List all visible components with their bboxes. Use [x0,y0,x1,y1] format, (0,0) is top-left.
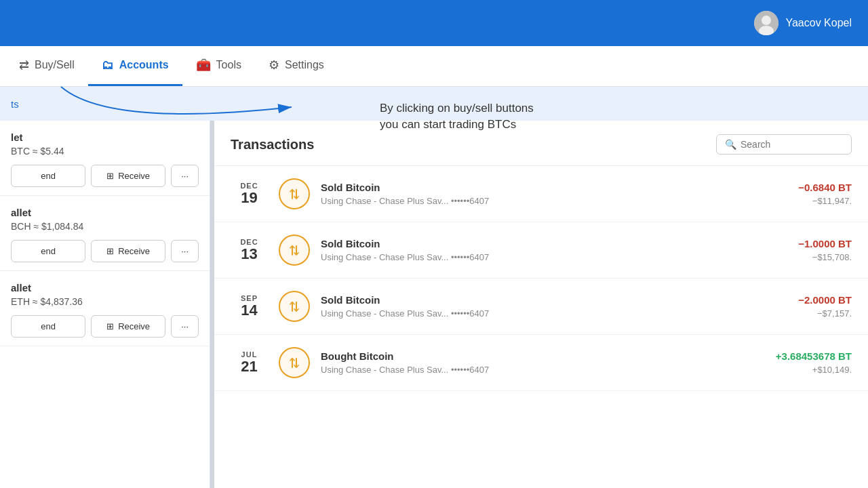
send-button-bch[interactable]: end [11,240,85,262]
tools-icon: 🧰 [196,58,211,73]
tx-day-1: 19 [231,190,268,206]
settings-icon: ⚙ [269,58,279,73]
transfer-icon-2: ⇄ [286,245,302,256]
tx-date-1: DEC 19 [231,182,268,206]
wallet-item-eth: allet ETH ≈ $4,837.36 end ⊞ Receive ··· [0,271,210,346]
nav-accounts-label: Accounts [119,59,169,71]
tx-detail-4: Using Chase - Chase Plus Sav... ••••••64… [321,365,739,375]
receive-icon-eth: ⊞ [106,321,114,331]
sidebar: let BTC ≈ $5.44 end ⊞ Receive ··· allet … [0,121,210,488]
transfer-icon-3: ⇄ [286,301,302,312]
tx-amount-1: −0.6840 BT −$11,947. [750,182,852,206]
tx-amount-3: −2.0000 BT −$7,157. [750,294,852,319]
wallet-actions-bch: end ⊞ Receive ··· [11,240,199,262]
wallet-balance-btc: BTC ≈ $5.44 [11,146,199,157]
receive-icon-btc: ⊞ [106,171,114,181]
tx-detail-2: Using Chase - Chase Plus Sav... ••••••64… [321,252,739,262]
tx-name-4: Bought Bitcoin [321,350,739,362]
tx-date-2: DEC 13 [231,238,268,262]
tx-amount-2: −1.0000 BT −$15,708. [750,238,852,262]
receive-icon-bch: ⊞ [106,246,114,256]
username-label: Yaacov Kopel [785,17,852,29]
tx-usd-1: −$11,947. [750,196,852,206]
more-button-btc[interactable]: ··· [171,165,199,187]
table-row: JUL 21 ⇄ Bought Bitcoin Using Chase - Ch… [214,335,868,391]
tx-icon-2: ⇄ [279,235,310,266]
nav-buy-sell[interactable]: ⇄ Buy/Sell [5,46,88,86]
tx-info-1: Sold Bitcoin Using Chase - Chase Plus Sa… [321,182,739,206]
transfer-icon-4: ⇄ [286,357,302,369]
table-row: DEC 19 ⇄ Sold Bitcoin Using Chase - Chas… [214,166,868,222]
transactions-header: Transactions 🔍 [214,121,868,166]
nav-tools-label: Tools [216,59,241,71]
nav-settings[interactable]: ⚙ Settings [255,46,338,86]
avatar [754,11,778,35]
accounts-icon: 🗂 [102,58,114,73]
transactions-panel: Transactions 🔍 DEC 19 ⇄ Sold Bitcoin Usi… [214,121,868,488]
tx-btc-4: +3.68453678 BT [750,350,852,362]
annotation-bar: ts [0,87,868,121]
buy-sell-icon: ⇄ [19,58,29,73]
wallet-balance-bch: BCH ≈ $1,084.84 [11,221,199,232]
wallet-actions-btc: end ⊞ Receive ··· [11,165,199,187]
table-row: SEP 14 ⇄ Sold Bitcoin Using Chase - Chas… [214,279,868,335]
nav-accounts[interactable]: 🗂 Accounts [88,46,182,86]
wallet-name-bch: allet [11,207,199,218]
send-button-eth[interactable]: end [11,315,85,338]
tx-date-4: JUL 21 [231,350,268,375]
tx-btc-1: −0.6840 BT [750,182,852,193]
tx-icon-4: ⇄ [279,347,310,378]
wallet-actions-eth: end ⊞ Receive ··· [11,315,199,338]
more-button-bch[interactable]: ··· [171,240,199,262]
tx-name-2: Sold Bitcoin [321,238,739,249]
nav-settings-label: Settings [285,59,324,71]
more-button-eth[interactable]: ··· [171,315,199,338]
nav-bar: ⇄ Buy/Sell 🗂 Accounts 🧰 Tools ⚙ Settings… [0,46,868,87]
tx-usd-4: +$10,149. [750,365,852,375]
transactions-title: Transactions [231,137,314,152]
wallet-balance-eth: ETH ≈ $4,837.36 [11,296,199,307]
receive-button-eth[interactable]: ⊞ Receive [91,315,165,338]
tx-name-3: Sold Bitcoin [321,294,739,306]
wallet-item-bch: allet BCH ≈ $1,084.84 end ⊞ Receive ··· [0,196,210,271]
tx-info-3: Sold Bitcoin Using Chase - Chase Plus Sa… [321,294,739,319]
wallet-name-btc: let [11,131,199,143]
receive-button-bch[interactable]: ⊞ Receive [91,240,165,262]
svg-point-1 [762,16,771,25]
tx-icon-1: ⇄ [279,178,310,209]
search-icon: 🔍 [725,139,736,150]
tx-btc-2: −1.0000 BT [750,238,852,249]
tx-btc-3: −2.0000 BT [750,294,852,306]
main-content: let BTC ≈ $5.44 end ⊞ Receive ··· allet … [0,121,868,488]
tx-usd-2: −$15,708. [750,252,852,262]
nav-tools[interactable]: 🧰 Tools [182,46,255,86]
tx-info-2: Sold Bitcoin Using Chase - Chase Plus Sa… [321,238,739,262]
tx-detail-1: Using Chase - Chase Plus Sav... ••••••64… [321,196,739,206]
wallet-item-btc: let BTC ≈ $5.44 end ⊞ Receive ··· [0,121,210,196]
annotation-text: ts [11,98,19,110]
tx-name-1: Sold Bitcoin [321,182,739,193]
tx-date-3: SEP 14 [231,294,268,319]
tx-detail-3: Using Chase - Chase Plus Sav... ••••••64… [321,308,739,319]
table-row: DEC 13 ⇄ Sold Bitcoin Using Chase - Chas… [214,222,868,279]
top-bar: Yaacov Kopel [0,0,868,46]
tx-day-2: 13 [231,246,268,262]
transfer-icon-1: ⇄ [286,188,302,200]
search-input[interactable] [741,139,843,150]
tx-day-3: 14 [231,302,268,319]
tx-icon-3: ⇄ [279,291,310,322]
send-button-btc[interactable]: end [11,165,85,187]
receive-button-btc[interactable]: ⊞ Receive [91,165,165,187]
tx-amount-4: +3.68453678 BT +$10,149. [750,350,852,375]
wallet-name-eth: allet [11,282,199,293]
search-box[interactable]: 🔍 [716,134,852,155]
user-area: Yaacov Kopel [754,11,852,35]
tx-usd-3: −$7,157. [750,308,852,319]
nav-buy-sell-label: Buy/Sell [35,59,75,71]
tx-info-4: Bought Bitcoin Using Chase - Chase Plus … [321,350,739,375]
tx-day-4: 21 [231,359,268,375]
